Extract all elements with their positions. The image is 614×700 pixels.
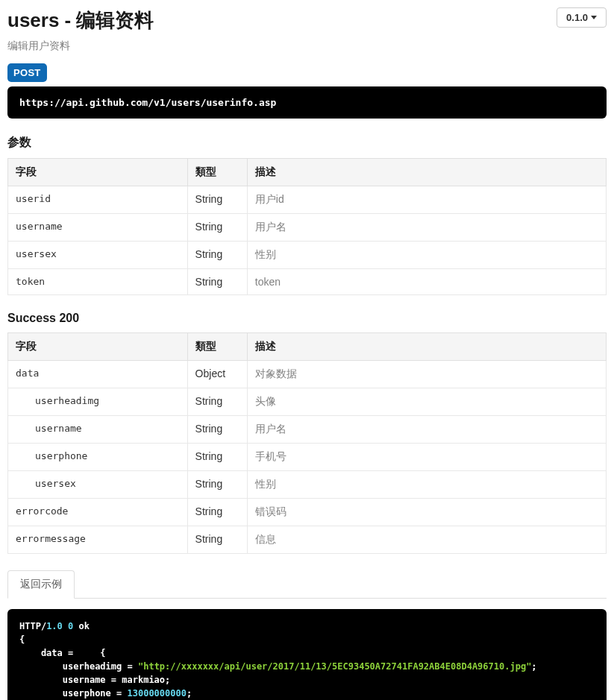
desc-cell: 用户名 (247, 416, 606, 444)
type-cell: String (187, 214, 247, 242)
field-cell: userid (8, 186, 188, 214)
type-cell: String (187, 416, 247, 444)
col-desc: 描述 (247, 159, 606, 186)
params-table: 字段 類型 描述 useridString用户idusernameString用… (7, 158, 607, 295)
table-row: usernameString用户名 (8, 416, 607, 444)
chevron-down-icon (591, 16, 597, 19)
desc-cell: 性别 (247, 242, 606, 269)
subtitle: 编辑用户资料 (7, 40, 607, 53)
table-row: dataObject对象数据 (8, 361, 607, 388)
version-dropdown[interactable]: 0.1.0 (557, 7, 607, 28)
response-example-code: HTTP/1.0 0 ok { data = { userheadimg = "… (7, 609, 607, 700)
table-row: errormessageString信息 (8, 526, 607, 554)
desc-cell: 错误码 (247, 499, 606, 526)
table-row: tokenStringtoken (8, 269, 607, 295)
version-label: 0.1.0 (566, 12, 588, 23)
tab-response-example[interactable]: 返回示例 (7, 570, 75, 599)
success-heading: Success 200 (7, 312, 607, 325)
field-cell: data (8, 361, 188, 388)
desc-cell: 用户id (247, 186, 606, 214)
type-cell: String (187, 444, 247, 471)
col-field: 字段 (8, 333, 188, 361)
table-row: userheadimgString头像 (8, 388, 607, 416)
field-cell: username (8, 416, 188, 444)
col-type: 類型 (187, 333, 247, 361)
table-row: usersexString性别 (8, 242, 607, 269)
table-row: userphoneString手机号 (8, 444, 607, 471)
field-cell: username (8, 214, 188, 242)
type-cell: String (187, 242, 247, 269)
desc-cell: 对象数据 (247, 361, 606, 388)
type-cell: String (187, 526, 247, 554)
desc-cell: 信息 (247, 526, 606, 554)
type-cell: String (187, 471, 247, 499)
table-row: useridString用户id (8, 186, 607, 214)
desc-cell: token (247, 269, 606, 295)
type-cell: Object (187, 361, 247, 388)
col-field: 字段 (8, 159, 188, 186)
type-cell: String (187, 186, 247, 214)
field-cell: token (8, 269, 188, 295)
table-row: errorcodeString错误码 (8, 499, 607, 526)
field-cell: errormessage (8, 526, 188, 554)
type-cell: String (187, 388, 247, 416)
desc-cell: 头像 (247, 388, 606, 416)
col-type: 類型 (187, 159, 247, 186)
col-desc: 描述 (247, 333, 606, 361)
desc-cell: 手机号 (247, 444, 606, 471)
field-cell: errorcode (8, 499, 188, 526)
desc-cell: 用户名 (247, 214, 606, 242)
desc-cell: 性别 (247, 471, 606, 499)
field-cell: userheadimg (8, 388, 188, 416)
field-cell: userphone (8, 444, 188, 471)
table-row: usersexString性别 (8, 471, 607, 499)
success-table: 字段 類型 描述 dataObject对象数据userheadimgString… (7, 332, 607, 554)
type-cell: String (187, 269, 247, 295)
params-heading: 参数 (7, 135, 607, 151)
field-cell: usersex (8, 242, 188, 269)
page-title: users - 编辑资料 (7, 7, 154, 34)
request-url: https://api.github.com/v1/users/userinfo… (7, 86, 607, 119)
type-cell: String (187, 499, 247, 526)
http-method-badge: POST (7, 63, 47, 82)
example-tabs: 返回示例 (7, 570, 607, 599)
field-cell: usersex (8, 471, 188, 499)
table-row: usernameString用户名 (8, 214, 607, 242)
